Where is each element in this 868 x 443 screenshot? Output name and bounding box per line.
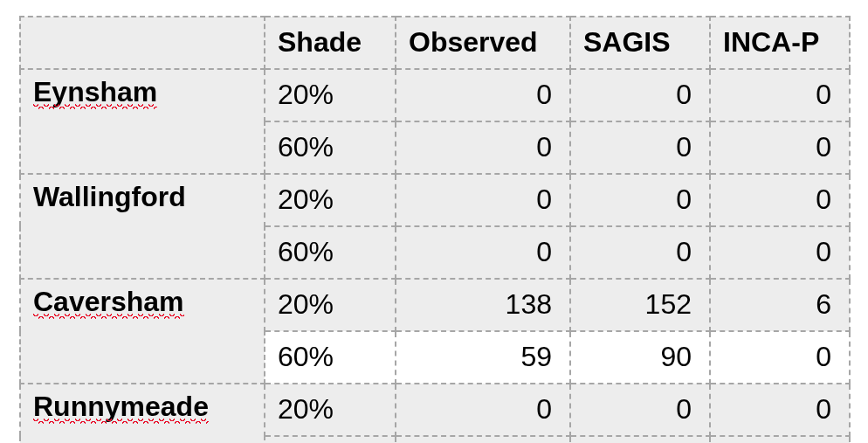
cell-incap: 0 [710,436,850,443]
table-row: Wallingford20%000 [20,174,850,226]
table-body: Eynsham20%00060%000Wallingford20%00060%0… [20,69,850,443]
row-header: Wallingford [20,174,265,279]
cell-observed: 0 [396,121,570,174]
cell-incap: 0 [710,331,850,384]
location-label: Runnymeade [33,391,209,422]
table-row: Runnymeade20%000 [20,384,850,436]
table-row: Eynsham20%000 [20,69,850,121]
header-observed: Observed [396,17,570,69]
cell-observed: 0 [396,226,570,279]
cell-observed: 0 [396,436,570,443]
cell-sagis: 0 [570,121,710,174]
cell-incap: 0 [710,174,850,226]
cell-shade: 60% [265,436,396,443]
header-shade: Shade [265,17,396,69]
header-sagis: SAGIS [570,17,710,69]
row-header: Caversham [20,279,265,384]
location-label: Eynsham [33,77,157,107]
cell-sagis: 90 [570,331,710,384]
cell-observed: 59 [396,331,570,384]
cell-incap: 0 [710,69,850,121]
cell-sagis: 0 [570,69,710,121]
cell-sagis: 0 [570,384,710,436]
location-label: Caversham [33,287,184,317]
cell-incap: 0 [710,121,850,174]
cell-shade: 20% [265,174,396,226]
cell-shade: 60% [265,331,396,384]
cell-sagis: 0 [570,226,710,279]
cell-shade: 20% [265,279,396,331]
cell-incap: 0 [710,384,850,436]
cell-shade: 60% [265,226,396,279]
row-header: Eynsham [20,69,265,174]
cell-shade: 20% [265,384,396,436]
cell-observed: 0 [396,69,570,121]
cell-sagis: 152 [570,279,710,331]
row-header: Runnymeade [20,384,265,443]
location-label: Wallingford [33,181,186,212]
data-table: Shade Observed SAGIS INCA-P Eynsham20%00… [19,16,851,443]
cell-observed: 0 [396,174,570,226]
header-blank [20,17,265,69]
cell-sagis: 0 [570,174,710,226]
cell-incap: 6 [710,279,850,331]
cell-shade: 60% [265,121,396,174]
cell-shade: 20% [265,69,396,121]
cell-sagis: 0 [570,436,710,443]
table-row: Caversham20%1381526 [20,279,850,331]
cell-observed: 138 [396,279,570,331]
cell-observed: 0 [396,384,570,436]
header-incap: INCA-P [710,17,850,69]
cell-incap: 0 [710,226,850,279]
header-row: Shade Observed SAGIS INCA-P [20,17,850,69]
